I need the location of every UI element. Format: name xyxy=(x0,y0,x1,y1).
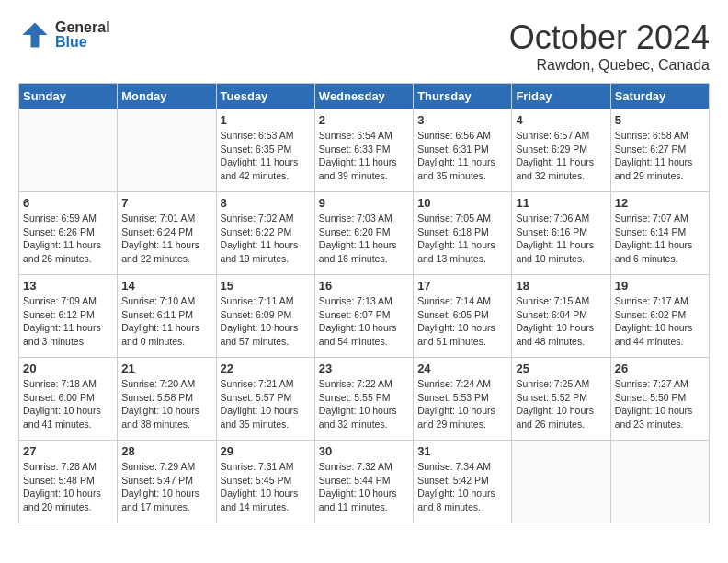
day-info: Sunrise: 7:29 AM Sunset: 5:47 PM Dayligh… xyxy=(121,460,211,514)
calendar-cell xyxy=(19,109,118,192)
day-info: Sunrise: 6:56 AM Sunset: 6:31 PM Dayligh… xyxy=(417,129,507,183)
day-number: 19 xyxy=(615,279,705,293)
calendar-cell: 28Sunrise: 7:29 AM Sunset: 5:47 PM Dayli… xyxy=(118,441,216,523)
logo-general: General xyxy=(55,20,110,35)
day-info: Sunrise: 7:21 AM Sunset: 5:57 PM Dayligh… xyxy=(221,377,311,431)
day-header-wednesday: Wednesday xyxy=(314,84,413,109)
calendar-cell: 19Sunrise: 7:17 AM Sunset: 6:02 PM Dayli… xyxy=(610,275,709,358)
calendar-cell: 8Sunrise: 7:02 AM Sunset: 6:22 PM Daylig… xyxy=(216,192,314,275)
calendar-cell: 26Sunrise: 7:27 AM Sunset: 5:50 PM Dayli… xyxy=(610,358,709,441)
svg-marker-0 xyxy=(23,23,48,48)
calendar: SundayMondayTuesdayWednesdayThursdayFrid… xyxy=(18,83,710,523)
day-info: Sunrise: 7:11 AM Sunset: 6:09 PM Dayligh… xyxy=(221,294,311,349)
day-number: 27 xyxy=(23,444,113,458)
calendar-week-2: 6Sunrise: 6:59 AM Sunset: 6:26 PM Daylig… xyxy=(19,192,710,275)
calendar-cell: 12Sunrise: 7:07 AM Sunset: 6:14 PM Dayli… xyxy=(610,192,709,275)
day-info: Sunrise: 7:34 AM Sunset: 5:42 PM Dayligh… xyxy=(417,460,507,514)
day-number: 17 xyxy=(417,279,507,293)
day-number: 29 xyxy=(221,444,311,458)
day-info: Sunrise: 7:15 AM Sunset: 6:04 PM Dayligh… xyxy=(516,294,606,349)
day-info: Sunrise: 7:09 AM Sunset: 6:12 PM Dayligh… xyxy=(23,294,113,349)
calendar-cell: 14Sunrise: 7:10 AM Sunset: 6:11 PM Dayli… xyxy=(118,275,216,358)
day-number: 12 xyxy=(615,196,705,210)
title-area: October 2024 Rawdon, Quebec, Canada xyxy=(509,18,710,74)
day-number: 30 xyxy=(319,444,409,458)
calendar-cell xyxy=(610,441,709,523)
day-number: 5 xyxy=(615,113,705,127)
day-number: 21 xyxy=(121,362,211,375)
calendar-cell: 7Sunrise: 7:01 AM Sunset: 6:24 PM Daylig… xyxy=(118,192,216,275)
calendar-cell: 5Sunrise: 6:58 AM Sunset: 6:27 PM Daylig… xyxy=(610,109,709,192)
day-number: 16 xyxy=(319,279,409,293)
day-info: Sunrise: 7:25 AM Sunset: 5:52 PM Dayligh… xyxy=(516,377,606,431)
day-number: 20 xyxy=(23,362,113,375)
calendar-cell: 2Sunrise: 6:54 AM Sunset: 6:33 PM Daylig… xyxy=(314,109,413,192)
day-number: 18 xyxy=(516,279,606,293)
day-info: Sunrise: 6:58 AM Sunset: 6:27 PM Dayligh… xyxy=(615,129,705,183)
day-number: 14 xyxy=(121,279,211,293)
calendar-cell: 20Sunrise: 7:18 AM Sunset: 6:00 PM Dayli… xyxy=(19,358,118,441)
calendar-cell: 27Sunrise: 7:28 AM Sunset: 5:48 PM Dayli… xyxy=(19,441,118,523)
calendar-cell: 25Sunrise: 7:25 AM Sunset: 5:52 PM Dayli… xyxy=(512,358,610,441)
day-number: 24 xyxy=(417,362,507,375)
day-info: Sunrise: 7:31 AM Sunset: 5:45 PM Dayligh… xyxy=(221,460,311,514)
day-info: Sunrise: 7:27 AM Sunset: 5:50 PM Dayligh… xyxy=(615,377,705,431)
logo-blue: Blue xyxy=(55,35,110,50)
calendar-cell: 31Sunrise: 7:34 AM Sunset: 5:42 PM Dayli… xyxy=(414,441,512,523)
header: General Blue October 2024 Rawdon, Quebec… xyxy=(18,18,710,74)
calendar-cell xyxy=(512,441,610,523)
day-info: Sunrise: 7:06 AM Sunset: 6:16 PM Dayligh… xyxy=(516,212,606,266)
day-header-monday: Monday xyxy=(118,84,216,109)
day-number: 13 xyxy=(23,279,113,293)
calendar-cell: 21Sunrise: 7:20 AM Sunset: 5:58 PM Dayli… xyxy=(118,358,216,441)
calendar-header-row: SundayMondayTuesdayWednesdayThursdayFrid… xyxy=(19,84,710,109)
day-info: Sunrise: 6:53 AM Sunset: 6:35 PM Dayligh… xyxy=(221,129,311,183)
day-number: 10 xyxy=(417,196,507,210)
day-number: 2 xyxy=(319,113,409,127)
day-info: Sunrise: 7:05 AM Sunset: 6:18 PM Dayligh… xyxy=(417,212,507,266)
day-info: Sunrise: 7:14 AM Sunset: 6:05 PM Dayligh… xyxy=(417,294,507,349)
day-number: 7 xyxy=(121,196,211,210)
day-info: Sunrise: 7:28 AM Sunset: 5:48 PM Dayligh… xyxy=(23,460,113,514)
day-header-saturday: Saturday xyxy=(610,84,709,109)
day-number: 6 xyxy=(23,196,113,210)
day-info: Sunrise: 7:24 AM Sunset: 5:53 PM Dayligh… xyxy=(417,377,507,431)
day-number: 11 xyxy=(516,196,606,210)
day-number: 15 xyxy=(221,279,311,293)
day-number: 1 xyxy=(221,113,311,127)
day-number: 25 xyxy=(516,362,606,375)
calendar-cell: 23Sunrise: 7:22 AM Sunset: 5:55 PM Dayli… xyxy=(314,358,413,441)
day-info: Sunrise: 7:18 AM Sunset: 6:00 PM Dayligh… xyxy=(23,377,113,431)
day-info: Sunrise: 7:02 AM Sunset: 6:22 PM Dayligh… xyxy=(221,212,311,266)
day-info: Sunrise: 7:17 AM Sunset: 6:02 PM Dayligh… xyxy=(615,294,705,349)
calendar-cell: 3Sunrise: 6:56 AM Sunset: 6:31 PM Daylig… xyxy=(414,109,512,192)
day-number: 3 xyxy=(417,113,507,127)
calendar-cell: 9Sunrise: 7:03 AM Sunset: 6:20 PM Daylig… xyxy=(314,192,413,275)
day-info: Sunrise: 6:59 AM Sunset: 6:26 PM Dayligh… xyxy=(23,212,113,266)
day-number: 31 xyxy=(417,444,507,458)
calendar-cell: 30Sunrise: 7:32 AM Sunset: 5:44 PM Dayli… xyxy=(314,441,413,523)
calendar-cell: 24Sunrise: 7:24 AM Sunset: 5:53 PM Dayli… xyxy=(414,358,512,441)
calendar-cell: 11Sunrise: 7:06 AM Sunset: 6:16 PM Dayli… xyxy=(512,192,610,275)
calendar-cell: 1Sunrise: 6:53 AM Sunset: 6:35 PM Daylig… xyxy=(216,109,314,192)
calendar-cell: 4Sunrise: 6:57 AM Sunset: 6:29 PM Daylig… xyxy=(512,109,610,192)
calendar-cell: 17Sunrise: 7:14 AM Sunset: 6:05 PM Dayli… xyxy=(414,275,512,358)
day-number: 8 xyxy=(221,196,311,210)
day-info: Sunrise: 7:07 AM Sunset: 6:14 PM Dayligh… xyxy=(615,212,705,266)
calendar-cell: 13Sunrise: 7:09 AM Sunset: 6:12 PM Dayli… xyxy=(19,275,118,358)
day-info: Sunrise: 7:22 AM Sunset: 5:55 PM Dayligh… xyxy=(319,377,409,431)
calendar-week-5: 27Sunrise: 7:28 AM Sunset: 5:48 PM Dayli… xyxy=(19,441,710,523)
day-info: Sunrise: 7:10 AM Sunset: 6:11 PM Dayligh… xyxy=(121,294,211,349)
logo-text: General Blue xyxy=(55,20,110,50)
calendar-cell: 18Sunrise: 7:15 AM Sunset: 6:04 PM Dayli… xyxy=(512,275,610,358)
location: Rawdon, Quebec, Canada xyxy=(509,57,710,74)
calendar-cell: 16Sunrise: 7:13 AM Sunset: 6:07 PM Dayli… xyxy=(314,275,413,358)
day-header-thursday: Thursday xyxy=(414,84,512,109)
day-number: 28 xyxy=(121,444,211,458)
calendar-cell: 29Sunrise: 7:31 AM Sunset: 5:45 PM Dayli… xyxy=(216,441,314,523)
day-info: Sunrise: 7:20 AM Sunset: 5:58 PM Dayligh… xyxy=(121,377,211,431)
calendar-cell: 15Sunrise: 7:11 AM Sunset: 6:09 PM Dayli… xyxy=(216,275,314,358)
calendar-cell: 10Sunrise: 7:05 AM Sunset: 6:18 PM Dayli… xyxy=(414,192,512,275)
calendar-cell xyxy=(118,109,216,192)
calendar-cell: 6Sunrise: 6:59 AM Sunset: 6:26 PM Daylig… xyxy=(19,192,118,275)
